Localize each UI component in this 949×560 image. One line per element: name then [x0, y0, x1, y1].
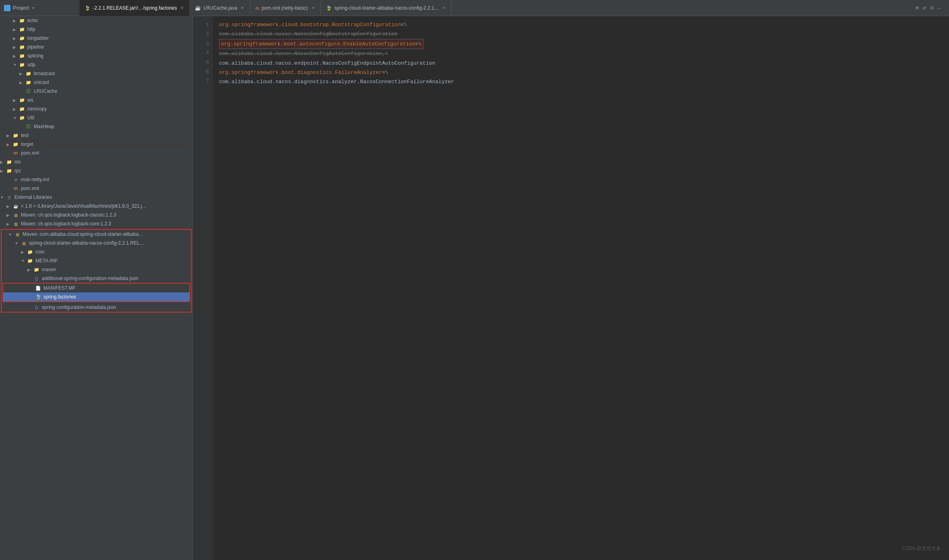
tab-factories-close[interactable]: ✕ — [179, 5, 185, 11]
tab-nacos-config[interactable]: 🍃 spring-cloud-starter-alibaba-nacos-con… — [321, 0, 452, 16]
folder-icon-zerocopy: 📁 — [18, 105, 26, 112]
label-manifest: MANIFEST.MF — [43, 285, 76, 291]
tree-item-maxheap[interactable]: © MaxHeap — [0, 122, 192, 131]
folder-icon-echo: 📁 — [18, 17, 26, 24]
tree-item-echo[interactable]: 📁 echo — [0, 16, 192, 25]
tree-item-longadder[interactable]: 📁 longadder — [0, 34, 192, 43]
arrow-rpc — [0, 169, 6, 173]
tree-item-rpc[interactable]: 📁 rpc — [0, 166, 192, 175]
minimize-icon[interactable]: — — [938, 5, 941, 11]
folder-icon-util: 📁 — [18, 114, 26, 121]
settings-icon[interactable]: ⚙ — [930, 4, 933, 11]
tree-item-nacos-jar[interactable]: ▦ spring-cloud-starter-alibaba-nacos-con… — [2, 239, 191, 247]
project-label[interactable]: Project — [13, 5, 29, 11]
tree-item-zerocopy[interactable]: 📁 zerocopy — [0, 104, 192, 113]
arrow-echo — [13, 18, 18, 23]
label-test: test — [21, 133, 29, 138]
folder-icon-com: 📁 — [27, 248, 34, 255]
label-maxheap: MaxHeap — [34, 124, 54, 129]
tab-lrucache-close[interactable]: ✕ — [239, 5, 245, 11]
tree-item-http[interactable]: 📁 http — [0, 25, 192, 34]
code-highlight-3: org.springframework.boot.autoconfigure.E… — [219, 39, 423, 49]
tree-item-ws[interactable]: 📁 ws — [0, 96, 192, 104]
tree-item-meta-inf[interactable]: 📁 META-INF — [2, 256, 191, 265]
tree-item-splicing[interactable]: 📁 splicing — [0, 51, 192, 60]
split-icon[interactable]: ⇄ — [923, 4, 926, 11]
tree-item-manifest[interactable]: 📄 MANIFEST.MF — [3, 284, 189, 292]
tree-item-unicast[interactable]: 📁 unicast — [0, 78, 192, 87]
tree-item-spring-config-meta[interactable]: {} spring-configuration-metadata.json — [2, 303, 191, 312]
json-icon-additional: {} — [33, 275, 40, 282]
tree-item-broadcast[interactable]: 📁 broadcast — [0, 69, 192, 78]
lib-icon-ext: ||| — [6, 194, 13, 201]
tab-pom[interactable]: m pom.xml (netty-basic) ✕ — [250, 0, 321, 16]
folder-icon-rpc: 📁 — [6, 167, 13, 174]
folder-icon-ws: 📁 — [18, 96, 26, 104]
tree-item-pipeline[interactable]: 📁 pipeline — [0, 43, 192, 51]
tab-pom-icon: m — [255, 6, 259, 10]
arrow-meta-inf — [21, 259, 27, 263]
jdk-icon: ☕ — [12, 202, 19, 210]
json-icon-spring-config: {} — [33, 304, 40, 311]
editor-tabs: 🍃 -2.2.1.RELEASE.jar!/…/spring.factories… — [80, 0, 912, 16]
label-meta-inf: META-INF — [35, 258, 58, 264]
label-ext-libs: External Libraries — [14, 194, 52, 200]
code-line-6: org.springframework.boot.diagnostics.Fai… — [219, 68, 943, 77]
arrow-unicast — [19, 80, 25, 85]
tree-item-test[interactable]: 📁 test — [0, 131, 192, 140]
tab-pom-close[interactable]: ✕ — [310, 5, 316, 11]
tab-pom-label: pom.xml (netty-basic) — [262, 5, 308, 11]
tab-factories[interactable]: 🍃 -2.2.1.RELEASE.jar!/…/spring.factories… — [80, 0, 190, 16]
label-spring-factories: spring.factories — [43, 294, 76, 300]
tree-item-logback-classic[interactable]: ▦ Maven: ch.qos.logback:logback-classic:… — [0, 211, 192, 219]
tree-item-msb-iml[interactable]: ⚙ msb-netty.iml — [0, 175, 192, 184]
tab-nacos-close[interactable]: ✕ — [441, 5, 446, 11]
tree-item-spring-factories[interactable]: 🍃 spring.factories — [3, 292, 189, 301]
maven-icon-nacos: ▦ — [14, 231, 21, 238]
tree-item-maven-dir[interactable]: 📁 maven — [2, 265, 191, 274]
code-area[interactable]: org.springframework.cloud.bootstrap.Boot… — [213, 16, 949, 560]
code-val-2: com.alibaba.cloud.nacos.NacosConfigBoots… — [219, 31, 398, 37]
tree-item-additional-spring[interactable]: {} additional-spring-configuration-metad… — [2, 274, 191, 283]
editor-panel: 1 2 3 4 5 6 7 org.springframework.cloud.… — [193, 16, 949, 560]
tree-item-ext-libs[interactable]: ||| External Libraries — [0, 193, 192, 202]
label-logback-core: Maven: ch.qos.logback:logback-core:1.2.3 — [21, 221, 111, 227]
tree-item-pom-xml2[interactable]: m pom.xml — [0, 184, 192, 193]
project-dropdown-icon[interactable]: ▾ — [31, 5, 35, 11]
label-http: http — [27, 27, 35, 32]
folder-icon-nio: 📁 — [6, 158, 13, 166]
label-zerocopy: zerocopy — [27, 106, 47, 112]
tab-nacos-icon: 🍃 — [326, 5, 332, 11]
tree-item-udp[interactable]: 📁 udp — [0, 60, 192, 69]
arrow-util — [13, 116, 18, 120]
tree-item-util[interactable]: 📁 Util — [0, 113, 192, 122]
tree-item-target[interactable]: 📁 target — [0, 140, 192, 149]
maven-icon-lbcore: ▦ — [12, 220, 19, 227]
folder-icon-udp: 📁 — [18, 61, 26, 68]
tree-item-nio[interactable]: 📁 nio — [0, 157, 192, 166]
code-val-5: com.alibaba.cloud.nacos.endpoint.NacosCo… — [219, 60, 435, 66]
tree-item-com-dir[interactable]: 📁 com — [2, 247, 191, 256]
editor-content: 1 2 3 4 5 6 7 org.springframework.cloud.… — [193, 16, 949, 560]
globe-icon[interactable]: ⊕ — [915, 4, 918, 11]
label-jdk18: < 1.8 > /Library/Java/JavaVirtualMachine… — [21, 203, 147, 209]
tree-item-logback-core[interactable]: ▦ Maven: ch.qos.logback:logback-core:1.2… — [0, 219, 192, 228]
label-broadcast: broadcast — [34, 71, 55, 76]
tab-lrucache[interactable]: ☕ LRUCache.java ✕ — [190, 0, 250, 16]
jar-icon-nacos: ▦ — [20, 239, 27, 247]
label-unicast: unicast — [34, 80, 49, 85]
label-spring-config-meta: spring-configuration-metadata.json — [42, 305, 116, 310]
code-key-6: org.springframework.boot.diagnostics.Fai… — [219, 69, 382, 76]
tree-item-lrucache[interactable]: © LRUCache — [0, 87, 192, 96]
folder-icon-unicast: 📁 — [25, 79, 32, 86]
watermark: CSDN @宝佰大多 — [902, 545, 941, 552]
code-line-1: org.springframework.cloud.bootstrap.Boot… — [219, 20, 943, 29]
tree-item-nacos-maven[interactable]: ▦ Maven: com.alibaba.cloud:spring-cloud-… — [2, 230, 191, 239]
project-sidebar[interactable]: 📁 echo 📁 http 📁 longadder 📁 pipeline — [0, 16, 193, 560]
tree-item-jdk18[interactable]: ☕ < 1.8 > /Library/Java/JavaVirtualMachi… — [0, 202, 192, 211]
iml-icon: ⚙ — [12, 176, 19, 183]
tree-item-pom-xml[interactable]: m pom.xml — [0, 149, 192, 157]
code-line-3: org.springframework.boot.autoconfigure.E… — [219, 39, 943, 49]
tab-nacos-label: spring-cloud-starter-alibaba-nacos-confi… — [334, 5, 438, 11]
project-section: Project ▾ — [4, 5, 76, 11]
